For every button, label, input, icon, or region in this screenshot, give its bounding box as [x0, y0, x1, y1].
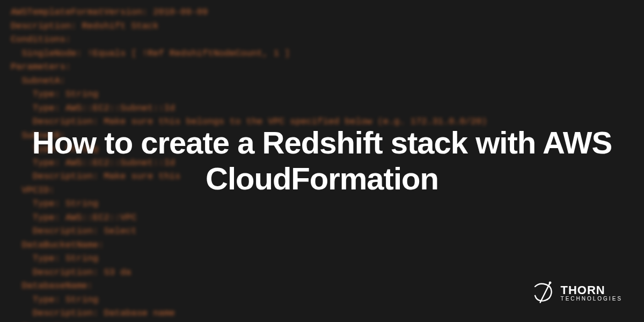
- code-line: Description: Select: [11, 224, 633, 238]
- code-line: Parameters:: [11, 60, 633, 74]
- svg-point-1: [548, 281, 551, 284]
- code-line: SingleNode: !Equals [ !Ref RedshiftNodeC…: [11, 47, 633, 61]
- logo-name: THORN: [561, 284, 623, 296]
- code-line: Description: Redshift Stack: [11, 19, 633, 33]
- code-line: Type: String: [11, 252, 633, 266]
- page-title: How to create a Redshift stack with AWS …: [21, 125, 623, 196]
- code-line: Description: S3 da: [11, 266, 633, 280]
- code-line: SubnetA:: [11, 74, 633, 88]
- logo-text: THORN TECHNOLOGIES: [561, 284, 623, 302]
- code-line: Conditions:: [11, 33, 633, 47]
- code-line: AWSTemplateFormatVersion: 2010-09-09: [11, 5, 633, 19]
- code-line: Type: AWS::EC2::Subnet::Id: [11, 101, 633, 115]
- code-line: MasterUsername:: [11, 320, 633, 323]
- logo-subtitle: TECHNOLOGIES: [561, 296, 623, 302]
- code-line: Type: AWS::EC2::VPC: [11, 211, 633, 225]
- code-line: DataBucketName:: [11, 238, 633, 252]
- code-line: Type: String: [11, 87, 633, 101]
- logo: THORN TECHNOLOGIES: [531, 280, 623, 306]
- code-line: Type: String: [11, 197, 633, 211]
- thorn-logo-icon: [531, 280, 557, 306]
- code-line: Description: Database name: [11, 306, 633, 320]
- title-overlay: How to create a Redshift stack with AWS …: [0, 125, 644, 196]
